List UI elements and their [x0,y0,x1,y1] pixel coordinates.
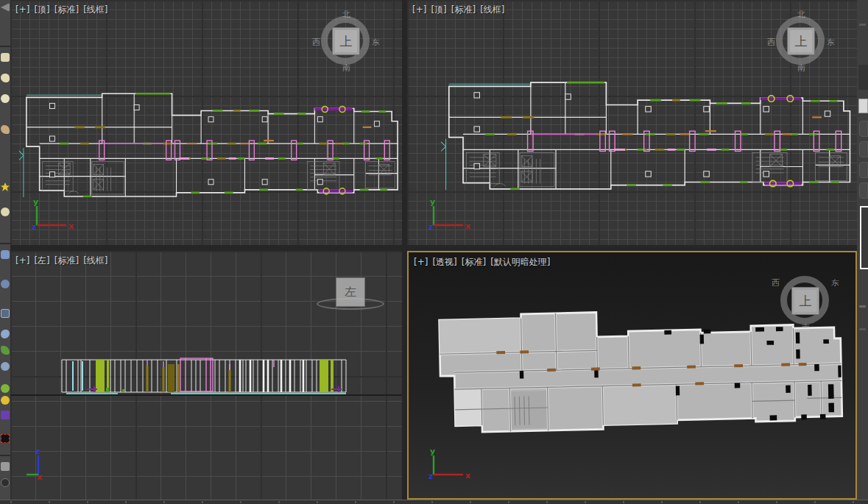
viewport-top-right[interactable]: [+][顶][标准][线框] 北 南 西 东 上 [407,0,857,245]
panel-button-sliver[interactable] [859,141,868,157]
viewport-style-menu[interactable]: [标准] [462,257,486,267]
compass-south-label[interactable]: 南 [797,63,805,74]
small-gray-icon[interactable] [1,462,10,471]
compass-north-label[interactable]: 北 [797,9,805,20]
command-panel-strip [857,0,868,500]
track-bar-ticks [10,501,857,503]
viewport-top-left[interactable]: [+][顶][标准][线框] 北 南 西 东 上 [10,0,402,245]
star-yellow-icon[interactable] [1,182,10,191]
compass-east-label[interactable]: 东 [831,277,839,288]
viewport-view-menu[interactable]: [透视] [432,257,456,267]
circle-cream-icon[interactable] [1,94,10,103]
viewcube-top-face[interactable]: 上 [787,27,815,55]
viewport-shading-menu[interactable]: [默认明暗处理] [490,257,550,267]
circle-green-icon[interactable] [1,384,10,393]
compass-west-label[interactable]: 西 [312,37,320,48]
toolbar-divider [0,46,10,47]
foliage-green-icon[interactable] [1,346,10,355]
compass-south-label[interactable]: 南 [342,63,350,74]
viewport-menu-button[interactable]: [+] [412,4,426,15]
viewcube[interactable]: 南 西 东 上 [776,271,835,330]
panel-purple-icon[interactable] [1,411,10,419]
viewcube[interactable]: 北 南 西 东 上 [772,12,830,71]
bottom-divider[interactable] [0,500,868,504]
viewport-bottom-left[interactable]: [+][左][标准][线框] 左 [10,251,402,500]
wirebox-icon[interactable] [1,309,10,318]
axis-tripod [426,197,473,235]
viewport-style-menu[interactable]: [标准] [54,4,79,15]
compass-east-label[interactable]: 东 [827,37,835,48]
sphere-blue-icon[interactable] [1,280,10,288]
left-toolbar-strip [0,0,10,500]
toolbar-divider [0,455,10,456]
cluster-blue-icon[interactable] [1,250,10,259]
max-viewport-workspace: y x z z x [0,0,868,504]
flower-blue-icon[interactable] [1,330,10,338]
viewport-bottom-right-active[interactable]: [+][透视][标准][默认明暗处理] 南 西 东 上 [407,251,857,500]
disc-cream-icon[interactable] [1,207,10,216]
panel-button-sliver[interactable] [859,182,868,199]
compass-west-label[interactable]: 西 [772,277,780,288]
viewport-style-menu[interactable]: [标准] [54,255,79,266]
toolbar-divider [0,243,10,244]
viewcube-flat[interactable]: 左 [315,276,386,323]
axis-tripod [29,197,77,235]
viewport-shading-menu[interactable]: [线框] [83,255,107,266]
viewport-label: [+][顶][标准][线框] [15,4,113,16]
viewport-label: [+][顶][标准][线框] [412,4,509,16]
circle-yellow-icon[interactable] [1,396,10,405]
viewport-menu-button[interactable]: [+] [414,257,428,267]
viewcube[interactable]: 北 南 西 东 上 [317,12,375,71]
pan-hand-icon[interactable] [1,125,10,134]
sphere-steel-icon[interactable] [1,362,10,371]
render-region-red-icon[interactable] [1,434,10,443]
floorplan-wireframe [18,78,402,197]
panel-list-sliver[interactable] [860,206,868,269]
panel-field-sliver[interactable] [858,65,868,90]
panel-button-sliver[interactable] [859,162,868,178]
compass-north-label[interactable]: 北 [342,9,350,20]
panel-mark [859,328,866,330]
panel-button-sliver[interactable] [859,121,868,137]
geometry-cream-icon[interactable] [1,53,10,62]
viewport-style-menu[interactable]: [标准] [451,4,476,15]
viewport-view-menu[interactable]: [顶] [431,4,446,15]
disc-dark-icon[interactable] [1,478,10,487]
viewport-shading-menu[interactable]: [线框] [83,4,107,15]
viewport-view-menu[interactable]: [左] [34,255,49,266]
viewport-label: [+][左][标准][线框] [15,255,113,267]
viewcube-top-face[interactable]: 上 [332,27,360,55]
panel-mark [859,305,866,308]
blob-cream-icon[interactable] [1,74,10,82]
compass-east-label[interactable]: 东 [372,37,380,48]
compass-west-label[interactable]: 西 [767,37,775,48]
viewcube-top-face[interactable]: 上 [791,287,819,315]
rollout-handle[interactable] [859,24,866,26]
axis-tripod [27,447,74,485]
panel-light-button-sliver[interactable] [858,99,868,113]
viewcube-left-face[interactable]: 左 [336,277,365,307]
elevation-wireframe [60,357,347,397]
viewport-label: [+][透视][标准][默认明暗处理] [414,256,555,269]
axis-tripod [426,447,473,485]
viewport-menu-button[interactable]: [+] [15,255,29,266]
compass-south-label[interactable]: 南 [802,322,810,333]
viewport-menu-button[interactable]: [+] [15,4,29,15]
viewport-view-menu[interactable]: [顶] [34,4,49,15]
select-arrow-icon[interactable] [1,3,10,12]
floorplan-wireframe [440,66,856,190]
viewport-shading-menu[interactable]: [线框] [480,4,504,15]
